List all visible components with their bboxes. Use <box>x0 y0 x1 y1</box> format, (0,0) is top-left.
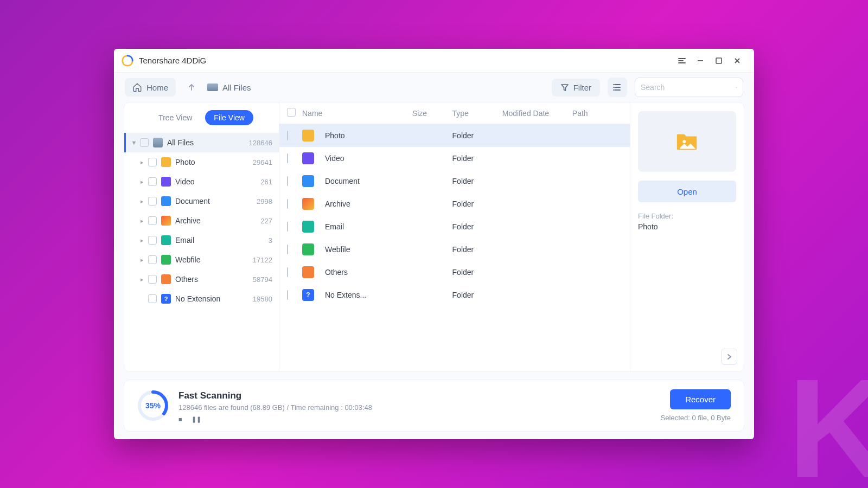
col-path[interactable]: Path <box>572 109 622 118</box>
recover-button[interactable]: Recover <box>670 389 731 409</box>
tab-file-view[interactable]: File View <box>205 110 253 125</box>
tree-item-video[interactable]: ▸Video261 <box>124 172 279 191</box>
file-row[interactable]: ?No Extens...Folder <box>279 284 630 306</box>
svg-point-1 <box>613 84 614 85</box>
tree-item-no-extension[interactable]: ?No Extension19580 <box>124 289 279 309</box>
file-name: Photo <box>325 131 345 140</box>
filter-button[interactable]: Filter <box>552 79 600 97</box>
tree-count: 261 <box>260 178 272 186</box>
caret-right-icon[interactable]: ▸ <box>137 237 147 244</box>
archive-icon <box>302 198 314 210</box>
file-list-header: Name Size Type Modified Date Path <box>279 102 630 124</box>
tree-label: Webfile <box>175 255 250 264</box>
tree-count: 128646 <box>249 139 272 147</box>
checkbox[interactable] <box>287 199 288 209</box>
sidebar: Tree View File View ▼ All Files 128646 ▸… <box>124 102 279 371</box>
scan-subtitle: 128646 files are found (68.89 GB) / Time… <box>178 403 372 412</box>
view-mode-button[interactable] <box>608 78 627 97</box>
checkbox[interactable] <box>148 294 157 303</box>
checkbox[interactable] <box>287 267 288 277</box>
search-icon <box>736 83 737 92</box>
checkbox[interactable] <box>148 255 157 264</box>
menu-icon[interactable] <box>673 52 691 70</box>
tree-count: 29641 <box>253 158 272 166</box>
file-row[interactable]: WebfileFolder <box>279 238 630 261</box>
checkbox[interactable] <box>148 177 157 186</box>
file-name: Document <box>325 177 360 185</box>
minimize-button[interactable] <box>691 52 710 70</box>
tree-item-archive[interactable]: ▸Archive227 <box>124 211 279 230</box>
open-button[interactable]: Open <box>638 181 736 202</box>
view-tabs: Tree View File View <box>124 102 279 133</box>
checkbox[interactable] <box>148 216 157 225</box>
doc-icon <box>161 196 171 206</box>
caret-right-icon[interactable]: ▸ <box>137 178 147 185</box>
checkbox[interactable] <box>287 176 288 186</box>
file-type: Folder <box>452 154 502 163</box>
email-icon <box>302 221 314 233</box>
checkbox[interactable] <box>287 131 288 140</box>
file-name: No Extens... <box>325 291 366 299</box>
tree-label: Photo <box>175 158 250 166</box>
expand-preview-button[interactable] <box>721 349 737 365</box>
up-button[interactable] <box>183 79 200 95</box>
email-icon <box>161 235 171 245</box>
stop-scan-button[interactable]: ■ <box>178 416 184 421</box>
checkbox[interactable] <box>148 197 157 206</box>
tree-item-webfile[interactable]: ▸Webfile17122 <box>124 250 279 269</box>
search-input[interactable] <box>641 83 736 92</box>
file-row[interactable]: OthersFolder <box>279 261 630 284</box>
scan-title: Fast Scanning <box>178 390 372 401</box>
select-all-checkbox[interactable] <box>287 108 296 117</box>
tree-item-email[interactable]: ▸Email3 <box>124 230 279 250</box>
tree-item-document[interactable]: ▸Document2998 <box>124 191 279 211</box>
home-icon <box>132 82 142 92</box>
caret-right-icon[interactable]: ▸ <box>137 198 147 205</box>
noext-icon: ? <box>302 289 314 301</box>
tree-item-photo[interactable]: ▸Photo29641 <box>124 152 279 172</box>
checkbox[interactable] <box>287 245 288 254</box>
col-name[interactable]: Name <box>302 109 412 118</box>
filter-icon <box>560 83 569 92</box>
maximize-button[interactable] <box>710 52 728 70</box>
app-logo-icon <box>122 55 133 67</box>
caret-down-icon[interactable]: ▼ <box>129 139 139 146</box>
col-type[interactable]: Type <box>452 109 502 118</box>
caret-right-icon[interactable]: ▸ <box>137 276 147 283</box>
tree-label: Email <box>175 236 265 245</box>
caret-right-icon[interactable]: ▸ <box>137 217 147 224</box>
toolbar: Home All Files Filter <box>114 73 754 102</box>
file-type: Folder <box>452 177 502 185</box>
col-size[interactable]: Size <box>412 109 452 118</box>
file-name: Webfile <box>325 245 350 254</box>
tree-item-others[interactable]: ▸Others58794 <box>124 269 279 289</box>
search-box[interactable] <box>635 78 743 97</box>
home-button[interactable]: Home <box>125 78 176 97</box>
file-row[interactable]: DocumentFolder <box>279 170 630 192</box>
checkbox[interactable] <box>287 222 288 232</box>
checkbox[interactable] <box>148 236 157 245</box>
file-row[interactable]: EmailFolder <box>279 215 630 238</box>
tree-count: 58794 <box>253 275 272 284</box>
video-icon <box>161 177 171 187</box>
tree-root-all-files[interactable]: ▼ All Files 128646 <box>124 133 279 152</box>
tab-tree-view[interactable]: Tree View <box>150 110 201 125</box>
file-row[interactable]: PhotoFolder <box>279 124 630 147</box>
filter-label: Filter <box>573 83 591 92</box>
file-row[interactable]: VideoFolder <box>279 147 630 170</box>
col-modified[interactable]: Modified Date <box>502 109 572 118</box>
checkbox[interactable] <box>148 158 157 166</box>
checkbox[interactable] <box>287 290 288 300</box>
close-button[interactable] <box>728 52 746 70</box>
checkbox[interactable] <box>140 138 149 147</box>
file-type: Folder <box>452 268 502 277</box>
breadcrumb[interactable]: All Files <box>207 83 251 92</box>
pause-scan-button[interactable]: ❚❚ <box>192 416 197 421</box>
checkbox[interactable] <box>148 275 157 284</box>
caret-right-icon[interactable]: ▸ <box>137 256 147 264</box>
caret-right-icon[interactable]: ▸ <box>137 159 147 166</box>
checkbox[interactable] <box>287 153 288 163</box>
svg-point-2 <box>613 87 614 88</box>
tree-label: All Files <box>167 138 246 147</box>
file-row[interactable]: ArchiveFolder <box>279 192 630 215</box>
